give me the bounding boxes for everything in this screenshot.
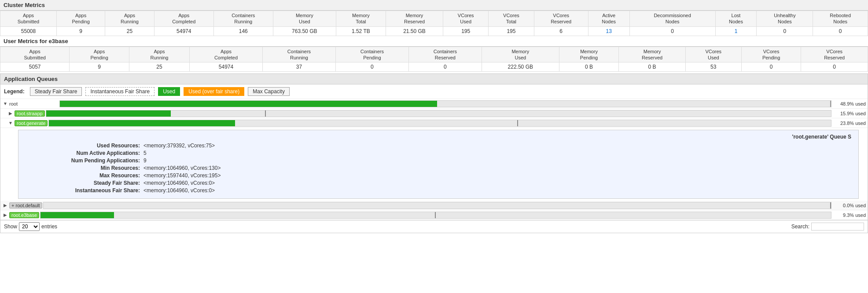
cluster-col-header: VCoresReserved — [534, 11, 588, 27]
queue-tag-default: + root.default — [9, 202, 42, 209]
detail-val-min-resources: <memory:1064960, vCores:130> — [143, 165, 221, 171]
cluster-col-header: AppsPending — [56, 11, 105, 27]
cluster-col-header: DecommissionedNodes — [629, 11, 715, 27]
cluster-metrics-title: Cluster Metrics — [0, 0, 868, 11]
queue-bar-steady-root — [60, 101, 831, 107]
user-metrics-table: AppsSubmittedAppsPendingAppsRunningAppsC… — [0, 47, 868, 72]
cluster-col-header: RebootedNodes — [813, 11, 868, 27]
cluster-col-link[interactable]: 1 — [735, 28, 738, 34]
expand-default-btn[interactable]: ▶ — [2, 202, 8, 209]
user-col-header: MemoryPending — [559, 47, 619, 62]
queue-row-straapp: ▶ root.straapp 15.9% used — [0, 109, 868, 118]
user-col-value: 54974 — [190, 62, 263, 72]
queue-bar-root — [59, 100, 831, 107]
cluster-col-value: 1.52 TB — [336, 26, 386, 36]
expand-generate-btn[interactable]: ▼ — [7, 120, 14, 126]
user-col-header: AppsCompleted — [190, 47, 263, 62]
cluster-col-header: AppsSubmitted — [0, 11, 57, 27]
user-col-value: 0 — [801, 62, 868, 72]
queue-pct-generate: 23.8% used — [835, 121, 866, 126]
entries-label: entries — [41, 223, 57, 230]
cluster-col-link[interactable]: 13 — [606, 28, 612, 34]
queue-row-e3base: ▶ root.e3base 9.3% used — [0, 210, 868, 220]
cluster-col-value: 195 — [489, 26, 534, 36]
user-col-header: VCoresPending — [741, 47, 801, 62]
queue-row-root: ▼ root 48.9% used — [0, 99, 868, 109]
over-fair-share-legend: Used (over fair share) — [184, 87, 244, 96]
user-col-value: 0 B — [559, 62, 619, 72]
user-col-header: ContainersRunning — [262, 47, 335, 62]
expand-e3base-btn[interactable]: ▶ — [2, 212, 8, 218]
queue-bar-straapp — [46, 110, 831, 117]
queue-tag-straapp: root.straapp — [15, 110, 45, 117]
generate-detail-panel: 'root.generate' Queue S Used Resources: … — [18, 130, 859, 199]
detail-row-used-resources: Used Resources: <memory:379392, vCores:7… — [26, 143, 851, 149]
user-col-header: AppsPending — [70, 47, 129, 62]
cluster-col-value: 0 — [629, 26, 715, 36]
cluster-col-header: MemoryTotal — [336, 11, 386, 27]
cluster-col-value: 1 — [715, 26, 757, 36]
detail-key-steady-fair-share: Steady Fair Share: — [26, 180, 140, 186]
detail-key-pending-apps: Num Pending Applications: — [26, 157, 140, 164]
user-col-header: VCoresUsed — [685, 47, 741, 62]
show-label: Show — [4, 223, 17, 230]
cluster-col-header: AppsCompleted — [154, 11, 213, 27]
queue-tag-generate: root.generate — [15, 120, 48, 126]
user-col-value: 222.50 GB — [482, 62, 559, 72]
queue-bar-steady-default — [44, 202, 831, 209]
queue-bar-steady-generate — [49, 120, 518, 126]
expand-straapp-btn[interactable]: ▶ — [7, 110, 14, 117]
detail-key-instantaneous-fair-share: Instantaneous Fair Share: — [26, 187, 140, 194]
user-col-value: 5057 — [0, 62, 70, 72]
detail-key-min-resources: Min Resources: — [26, 165, 140, 171]
cluster-col-value: 146 — [213, 26, 273, 36]
expand-root-btn[interactable]: ▼ — [2, 101, 8, 107]
queue-bar-e3base — [40, 212, 831, 219]
detail-val-used-resources: <memory:379392, vCores:75> — [143, 143, 215, 149]
search-label: Search: — [791, 223, 809, 230]
cluster-col-value: 763.50 GB — [273, 26, 336, 36]
footer-row: Show 10 20 25 50 100 entries Search: — [0, 220, 868, 233]
app-queues-header: Application Queues — [0, 74, 868, 84]
cluster-col-header: AppsRunning — [105, 11, 154, 27]
queue-bar-generate — [48, 120, 831, 127]
user-col-value: 25 — [129, 62, 189, 72]
user-col-header: MemoryReserved — [619, 47, 685, 62]
detail-key-active-apps: Num Active Applications: — [26, 150, 140, 156]
cluster-col-value: 9 — [56, 26, 105, 36]
user-col-value: 53 — [685, 62, 741, 72]
cluster-col-value: 0 — [813, 26, 868, 36]
queue-bar-steady-straapp — [46, 110, 266, 117]
cluster-col-header: ContainersRunning — [213, 11, 273, 27]
detail-val-pending-apps: 9 — [143, 157, 147, 164]
cluster-metrics-table: AppsSubmittedAppsPendingAppsRunningAppsC… — [0, 11, 868, 36]
cluster-col-header: MemoryReserved — [386, 11, 443, 27]
cluster-col-header: UnhealthyNodes — [757, 11, 813, 27]
cluster-col-value: 6 — [534, 26, 588, 36]
user-col-header: AppsRunning — [129, 47, 189, 62]
detail-key-used-resources: Used Resources: — [26, 143, 140, 149]
queue-pct-root: 48.9% used — [835, 101, 866, 106]
detail-row-instantaneous-fair-share: Instantaneous Fair Share: <memory:106496… — [26, 187, 851, 194]
detail-row-active-apps: Num Active Applications: 5 — [26, 150, 851, 156]
cluster-col-header: ActiveNodes — [588, 11, 629, 27]
cluster-col-value: 13 — [588, 26, 629, 36]
cluster-col-value: 21.50 GB — [386, 26, 443, 36]
detail-row-max-resources: Max Resources: <memory:1597440, vCores:1… — [26, 172, 851, 179]
cluster-col-header: MemoryUsed — [273, 11, 336, 27]
queue-row-default: ▶ + root.default 0.0% used — [0, 201, 868, 210]
show-entries-select[interactable]: 10 20 25 50 100 — [19, 222, 40, 231]
detail-key-max-resources: Max Resources: — [26, 172, 140, 179]
used-legend: Used — [158, 87, 180, 96]
legend-row: Legend: Steady Fair Share Instantaneous … — [0, 84, 868, 99]
legend-label: Legend: — [4, 88, 25, 95]
detail-row-steady-fair-share: Steady Fair Share: <memory:1064960, vCor… — [26, 180, 851, 186]
user-metrics-title: User Metrics for e3base — [0, 36, 868, 47]
queue-name-root: root — [9, 101, 58, 106]
user-col-header: ContainersReserved — [408, 47, 482, 62]
user-col-value: 0 — [741, 62, 801, 72]
detail-val-max-resources: <memory:1597440, vCores:195> — [143, 172, 221, 179]
queue-bar-default — [43, 202, 831, 209]
cluster-col-value: 0 — [757, 26, 813, 36]
search-input[interactable] — [811, 223, 864, 231]
